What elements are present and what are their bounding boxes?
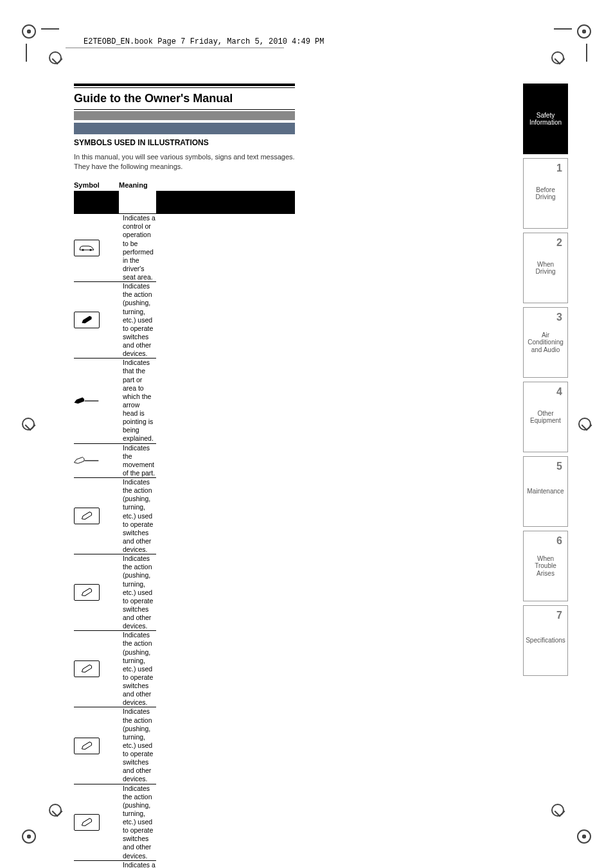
pen-icon [74, 814, 100, 831]
running-header: E2TEOBD_EN.book Page 7 Friday, March 5, … [84, 37, 324, 46]
print-registration-mark [550, 802, 591, 844]
tab-when-driving: 2 When Driving [523, 233, 568, 303]
table-row: Indicates the action (pushing, turning, … [74, 784, 295, 860]
title-underline [74, 109, 295, 110]
row-meaning: Indicates that the part or area to which… [119, 359, 156, 443]
tab-label: Air Conditioning and Audio [524, 332, 567, 354]
print-registration-mark [550, 24, 591, 66]
car-icon [74, 240, 100, 256]
table-row: Indicates that the part or area to which… [74, 359, 295, 443]
svg-marker-11 [81, 817, 93, 827]
symbols-intro: In this manual, you will see various sym… [74, 148, 295, 179]
tab-other-equipment: 4 Other Equipment [523, 382, 568, 452]
tab-label: Safety Information [524, 112, 567, 127]
symbols-heading: SYMBOLS USED IN ILLUSTRATIONS [74, 134, 295, 148]
print-registration-mark [22, 418, 63, 459]
svg-marker-10 [81, 741, 93, 750]
symbols-table: Symbol Meaning Indicates a control or op… [74, 179, 295, 868]
table-row: Indicates a control or operation to be p… [74, 214, 295, 282]
table-row: Indicates the action (pushing, turning, … [74, 282, 295, 359]
tab-before-driving: 1 Before Driving [523, 158, 568, 229]
tab-label: Specifications [523, 637, 568, 644]
pen-icon [74, 738, 100, 754]
svg-marker-5 [74, 457, 85, 465]
title-grey-bar [74, 111, 295, 120]
top-rule [74, 84, 295, 86]
pen-line-icon [74, 452, 100, 469]
tab-label: Maintenance [524, 488, 566, 495]
row-meaning: Indicates the action (pushing, turning, … [119, 282, 156, 359]
svg-marker-9 [81, 664, 93, 674]
page-title: Guide to the Owner's Manual [74, 88, 295, 109]
section-tabs: Safety Information 1 Before Driving 2 Wh… [523, 84, 568, 680]
running-header-rule [66, 48, 284, 48]
tab-number: 4 [556, 386, 562, 398]
pen-icon [74, 312, 100, 328]
row-meaning: Indicates a control or operation to be p… [119, 214, 156, 282]
tab-label: Other Equipment [524, 410, 567, 425]
table-row: Indicates the action (pushing, turning, … [74, 478, 295, 554]
row-meaning: Indicates the action (pushing, turning, … [119, 707, 156, 784]
svg-marker-7 [81, 511, 93, 521]
row-meaning: Indicates the action (pushing, turning, … [119, 631, 156, 707]
table-row: Indicates the action (pushing, turning, … [74, 707, 295, 784]
content-column: Guide to the Owner's Manual SYMBOLS USED… [74, 84, 295, 868]
tab-trouble: 6 When Trouble Arises [523, 531, 568, 601]
row-meaning: Indicates the action (pushing, turning, … [119, 554, 156, 631]
col-header-meaning: Meaning [119, 179, 156, 191]
tab-label: When Trouble Arises [524, 555, 567, 578]
tab-number: 3 [556, 312, 562, 323]
svg-marker-3 [74, 397, 85, 405]
pen-icon [74, 660, 100, 677]
tab-number: 2 [556, 237, 562, 249]
col-header-symbol: Symbol [74, 179, 119, 191]
table-row: Indicates the action (pushing, turning, … [74, 631, 295, 707]
tab-number: 1 [556, 163, 562, 174]
pen-line-icon [74, 393, 100, 409]
tab-number: 7 [556, 610, 562, 621]
tab-maintenance: 5 Maintenance [523, 456, 568, 527]
row-meaning: Indicates the action (pushing, turning, … [119, 784, 156, 860]
tab-safety: Safety Information [523, 84, 568, 154]
running-header-text: E2TEOBD_EN.book Page 7 Friday, March 5, … [84, 37, 324, 46]
tab-ac-audio: 3 Air Conditioning and Audio [523, 307, 568, 378]
print-registration-mark [22, 24, 63, 66]
document-page: E2TEOBD_EN.book Page 7 Friday, March 5, … [0, 0, 613, 868]
row-meaning: Indicates a component or required tool. [119, 860, 156, 868]
table-row: Indicates the action (pushing, turning, … [74, 554, 295, 631]
pen-icon [74, 584, 100, 601]
tab-specifications: 7 Specifications [523, 605, 568, 676]
svg-point-1 [89, 249, 91, 251]
section-bar [74, 123, 295, 134]
svg-marker-2 [81, 315, 93, 325]
print-registration-mark [22, 802, 63, 844]
svg-marker-8 [81, 588, 93, 598]
table-row: Indicates a component or required tool. [74, 860, 295, 868]
row-meaning: Indicates the action (pushing, turning, … [119, 478, 156, 554]
row-meaning: Indicates the movement of the part. [119, 443, 156, 478]
tab-number: 5 [556, 461, 562, 472]
tab-label: Before Driving [524, 186, 567, 201]
tab-number: 6 [556, 535, 562, 547]
table-row: Indicates the movement of the part. [74, 443, 295, 478]
pen-icon [74, 508, 100, 524]
svg-point-0 [82, 249, 84, 251]
tab-label: When Driving [524, 261, 567, 276]
